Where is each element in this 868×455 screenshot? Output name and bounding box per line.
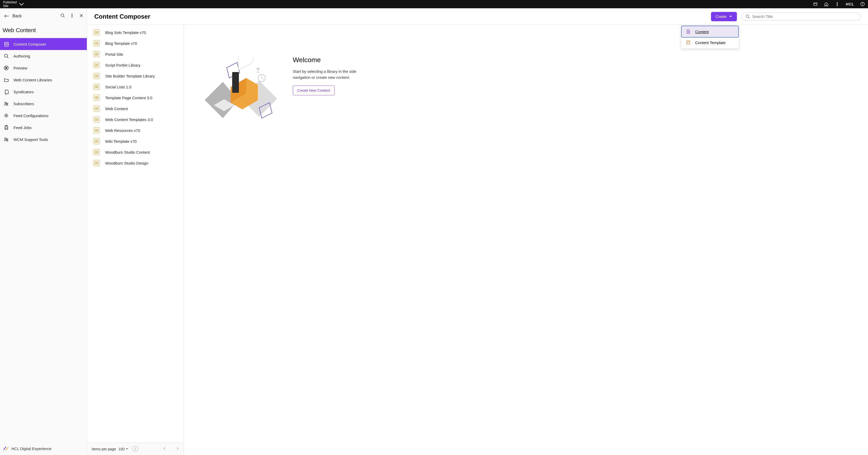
file-out-icon — [4, 89, 9, 94]
clipboard-icon — [4, 125, 9, 130]
library-item[interactable]: Web Resources v70 — [87, 125, 184, 136]
create-menu-label: Content — [695, 30, 709, 34]
site-label: Published Site — [3, 1, 17, 8]
sidebar-item-wcm-support-tools[interactable]: WCM Support Tools — [0, 133, 87, 145]
page-next-button[interactable] — [176, 447, 179, 451]
library-item[interactable]: Blog Solo Template v70 — [87, 27, 184, 38]
footer-label: HCL Digital Experience — [11, 447, 52, 451]
library-item[interactable]: Woodburn Studio Design — [87, 157, 184, 169]
window-icon[interactable] — [813, 2, 818, 6]
top-bar: Published Site HCL — [0, 0, 868, 8]
library-list: Blog Solo Template v70Blog Template v70P… — [87, 25, 184, 443]
main-content: Content Composer Create ContentContent T… — [87, 8, 868, 455]
library-label: Site Builder Template Library — [105, 74, 155, 78]
create-new-content-button[interactable]: Create New Content — [293, 86, 335, 95]
chevron-down-icon — [729, 15, 732, 18]
library-item[interactable]: Web Content Templates 3.0 — [87, 114, 184, 125]
library-label: Template Page Content 3.0 — [105, 96, 152, 100]
svg-rect-11 — [5, 42, 8, 47]
library-icon — [94, 95, 99, 100]
sidebar-item-feed-jobs[interactable]: Feed Jobs — [0, 122, 87, 133]
sidebar-item-content-composer[interactable]: Content Composer — [0, 38, 87, 50]
sidebar-item-label: Feed Configurations — [13, 114, 49, 118]
create-menu-item-content-template[interactable]: Content Template — [682, 37, 738, 48]
create-menu-label: Content Template — [695, 40, 725, 45]
library-icon — [94, 149, 99, 155]
sidebar-item-subscribers[interactable]: Subscribers — [0, 98, 87, 110]
svg-rect-25 — [687, 41, 690, 42]
library-label: Wiki Template v70 — [105, 139, 136, 144]
sidebar-title: Web Content — [0, 24, 87, 38]
arrow-left-icon — [4, 14, 9, 18]
sidebar-search-icon[interactable] — [60, 13, 65, 19]
sidebar-item-label: Content Composer — [13, 42, 46, 47]
sidebar-item-label: Web Content Libraries — [13, 78, 52, 82]
library-item[interactable]: Portal Site — [87, 49, 184, 60]
pagination-info-icon[interactable]: i — [132, 446, 138, 452]
library-item[interactable]: Blog Template v70 — [87, 38, 184, 49]
library-icon — [94, 117, 99, 122]
library-label: Blog Template v70 — [105, 41, 137, 46]
library-icon — [94, 106, 99, 112]
gear-icon — [4, 113, 9, 118]
items-per-page-value: 100 — [118, 447, 124, 451]
sidebar-close-icon[interactable] — [79, 13, 84, 19]
search-box[interactable] — [742, 12, 861, 21]
sidebar-item-label: Syndicators — [13, 90, 34, 94]
sidebar-item-label: Authoring — [13, 54, 30, 58]
svg-rect-19 — [5, 126, 8, 129]
create-button[interactable]: Create — [711, 12, 737, 21]
library-item[interactable]: Social Lists 1.0 — [87, 81, 184, 92]
items-per-page-label: Items per page — [92, 447, 116, 451]
sidebar-item-syndicators[interactable]: Syndicators — [0, 86, 87, 98]
library-item[interactable]: Woodburn Studio Content — [87, 147, 184, 157]
svg-point-21 — [5, 138, 6, 140]
welcome-heading: Welcome — [293, 56, 365, 64]
create-menu-item-content[interactable]: Content — [682, 26, 738, 37]
library-label: Social Lists 1.0 — [105, 85, 131, 89]
library-label: Woodburn Studio Design — [105, 161, 149, 165]
kebab-menu-icon[interactable] — [835, 2, 839, 6]
pagination-bar: Items per page 100 i — [87, 443, 184, 455]
svg-rect-31 — [238, 56, 253, 70]
library-icon — [94, 139, 99, 144]
library-label: Portal Site — [105, 52, 123, 57]
library-label: Woodburn Studio Content — [105, 150, 150, 154]
welcome-illustration — [199, 56, 277, 123]
people-icon — [4, 137, 9, 142]
search-icon — [745, 14, 750, 19]
sidebar-item-preview[interactable]: Preview — [0, 62, 87, 74]
site-switcher[interactable]: Published Site — [3, 1, 25, 8]
page-prev-button[interactable] — [163, 447, 166, 451]
library-label: Web Content — [105, 107, 128, 111]
back-button[interactable]: Back — [4, 14, 22, 19]
library-item[interactable]: Web Content — [87, 103, 184, 114]
content-icon — [686, 29, 690, 34]
sidebar-item-label: WCM Support Tools — [13, 137, 48, 142]
search-input[interactable] — [752, 14, 857, 19]
info-icon[interactable] — [860, 2, 865, 6]
library-item[interactable]: Wiki Template v70 — [87, 136, 184, 147]
library-label: Script Portlet Library — [105, 63, 141, 67]
sidebar-item-web-content-libraries[interactable]: Web Content Libraries — [0, 74, 87, 86]
folder-icon — [4, 77, 9, 82]
svg-point-9 — [72, 15, 72, 16]
brand-mark-icon — [3, 446, 9, 451]
sidebar-item-feed-configurations[interactable]: Feed Configurations — [0, 110, 87, 122]
library-item[interactable]: Template Page Content 3.0 — [87, 92, 184, 103]
home-icon[interactable] — [824, 2, 829, 6]
svg-point-16 — [5, 102, 6, 104]
library-label: Web Resources v70 — [105, 128, 140, 133]
items-per-page-select[interactable]: 100 — [118, 447, 128, 451]
library-icon — [94, 160, 99, 166]
sidebar-item-authoring[interactable]: Authoring — [0, 50, 87, 62]
sidebar-kebab-icon[interactable] — [70, 13, 74, 19]
library-item[interactable]: Script Portlet Library — [87, 60, 184, 70]
sidebar: Back Web Content Content ComposerAuthori… — [0, 8, 87, 455]
chevron-down-icon — [126, 448, 128, 450]
library-icon — [94, 84, 99, 90]
library-item[interactable]: Site Builder Template Library — [87, 70, 184, 81]
content-header: Content Composer Create ContentContent T… — [87, 8, 868, 25]
chevron-down-icon — [19, 1, 25, 7]
svg-point-8 — [72, 14, 72, 14]
